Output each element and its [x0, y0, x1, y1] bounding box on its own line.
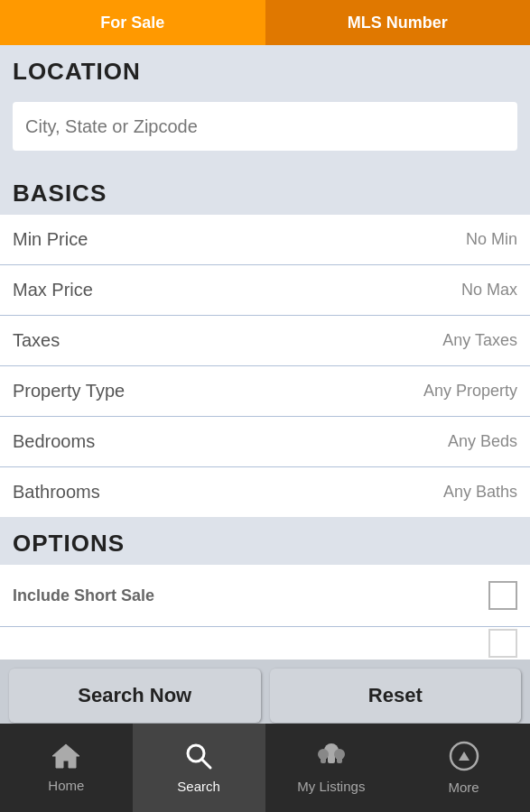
nav-item-search[interactable]: Search [133, 724, 265, 812]
bathrooms-row[interactable]: Bathrooms Any Baths [0, 467, 530, 517]
nav-item-more[interactable]: More [397, 724, 530, 812]
nav-more-label: More [449, 780, 479, 795]
svg-rect-8 [337, 754, 342, 763]
include-short-sale-checkbox[interactable] [488, 581, 517, 610]
location-header: LOCATION [0, 45, 530, 93]
home-icon [51, 743, 81, 772]
search-icon [184, 742, 213, 773]
property-type-label: Property Type [13, 381, 125, 401]
location-input[interactable] [13, 102, 517, 151]
property-type-row[interactable]: Property Type Any Property [0, 366, 530, 417]
nav-home-label: Home [48, 778, 84, 793]
svg-marker-0 [52, 744, 79, 768]
max-price-row[interactable]: Max Price No Max [0, 265, 530, 316]
partial-row [0, 627, 530, 660]
for-sale-tab[interactable]: For Sale [0, 0, 265, 45]
more-icon [449, 741, 479, 774]
bottom-nav: Home Search My Listings [0, 724, 530, 812]
min-price-label: Min Price [13, 229, 88, 250]
include-short-sale-row[interactable]: Include Short Sale [0, 565, 530, 627]
bedrooms-value: Any Beds [448, 432, 517, 451]
location-input-wrapper [0, 93, 530, 167]
min-price-value: No Min [466, 230, 517, 249]
nav-search-label: Search [177, 779, 220, 794]
taxes-row[interactable]: Taxes Any Taxes [0, 316, 530, 366]
action-buttons-bar: Search Now Reset [0, 660, 530, 724]
search-now-button[interactable]: Search Now [9, 669, 261, 723]
options-header: OPTIONS [0, 517, 530, 565]
mls-number-tab[interactable]: MLS Number [265, 0, 531, 45]
nav-item-my-listings[interactable]: My Listings [265, 724, 398, 812]
bathrooms-label: Bathrooms [13, 482, 100, 503]
bedrooms-label: Bedrooms [13, 431, 95, 452]
svg-rect-7 [321, 754, 326, 763]
taxes-value: Any Taxes [442, 331, 517, 350]
basics-header: BASICS [0, 167, 530, 215]
nav-listings-label: My Listings [297, 779, 365, 794]
basics-section: Min Price No Min Max Price No Max Taxes … [0, 215, 530, 517]
svg-line-2 [202, 760, 210, 768]
property-type-value: Any Property [423, 382, 517, 401]
reset-button[interactable]: Reset [270, 669, 522, 723]
main-content: LOCATION BASICS Min Price No Min Max Pri… [0, 45, 530, 724]
include-short-sale-label: Include Short Sale [13, 586, 154, 605]
svg-marker-10 [459, 752, 470, 761]
nav-item-home[interactable]: Home [0, 724, 133, 812]
taxes-label: Taxes [13, 330, 60, 351]
bedrooms-row[interactable]: Bedrooms Any Beds [0, 417, 530, 467]
listings-icon [316, 742, 347, 773]
min-price-row[interactable]: Min Price No Min [0, 215, 530, 265]
partial-checkbox [488, 629, 517, 658]
max-price-value: No Max [461, 281, 517, 300]
max-price-label: Max Price [13, 280, 93, 300]
svg-rect-4 [328, 751, 335, 763]
bathrooms-value: Any Baths [443, 483, 517, 502]
